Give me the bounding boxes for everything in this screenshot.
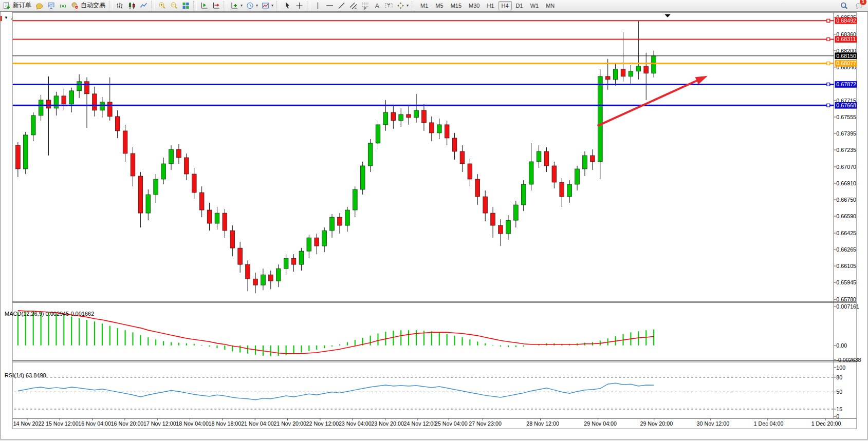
- price-tick-label: 0.66910: [836, 180, 856, 186]
- time-axis-label: 25 Nov 04:00: [435, 420, 468, 427]
- candlestick: [31, 116, 35, 135]
- auto-trading-button[interactable]: 自动交易: [69, 0, 107, 11]
- candlestick: [93, 94, 97, 110]
- time-axis-label: 23 Nov 04:00: [339, 420, 372, 427]
- macd-axis-label: 0.00: [836, 342, 847, 349]
- candlestick: [399, 114, 403, 121]
- timeframe-h4-button[interactable]: H4: [498, 1, 512, 10]
- candlestick: [552, 166, 557, 182]
- label-button[interactable]: T: [383, 0, 395, 11]
- candlestick: [506, 220, 511, 234]
- zoom-in-button[interactable]: [156, 0, 168, 11]
- crosshair-button[interactable]: [293, 0, 305, 11]
- candlestick: [138, 176, 143, 213]
- notifications-button[interactable]: 1: [853, 0, 865, 11]
- template-button[interactable]: ▾: [260, 0, 275, 11]
- price-tick-label: 0.66105: [836, 263, 856, 269]
- search-icon: [840, 2, 848, 10]
- time-axis-label: 16 Nov 20:00: [111, 420, 144, 427]
- chart-window[interactable]: ▼ AUDUSD-,H4 0.68178 0.68178 0.68025 0.6…: [0, 11, 868, 439]
- price-tick-label: 0.66425: [836, 230, 856, 236]
- time-axis-label: 14 Nov 2022: [13, 420, 45, 427]
- price-tick-label: 0.65780: [836, 296, 856, 302]
- bar-chart-button[interactable]: [114, 0, 126, 11]
- chevron-down-icon[interactable]: ▾: [271, 4, 273, 8]
- candlestick-chart-button[interactable]: [126, 0, 138, 11]
- trendline-button[interactable]: [336, 0, 347, 11]
- new-order-label: 新订单: [12, 1, 32, 10]
- cursor-button[interactable]: [282, 0, 293, 11]
- channel-button[interactable]: E: [347, 0, 359, 11]
- fibonacci-button[interactable]: F: [359, 0, 371, 11]
- toolbar-separator: [307, 1, 310, 10]
- candlestick: [253, 279, 258, 285]
- candlestick: [537, 151, 541, 162]
- zoom-out-button[interactable]: [168, 0, 180, 11]
- price-tick-label: 0.67395: [836, 130, 856, 137]
- candlestick: [261, 275, 266, 285]
- new-order-button[interactable]: 新订单: [1, 0, 33, 11]
- time-axis-label: 1 Dec 20:00: [811, 420, 841, 427]
- candlestick: [353, 189, 357, 210]
- candlestick: [605, 76, 610, 80]
- rsi-indicator-label: RSI(14) 63.8498: [5, 372, 46, 378]
- time-axis-label: 22 Nov 12:00: [306, 420, 339, 427]
- candlestick: [315, 238, 319, 246]
- vertical-line-button[interactable]: [312, 0, 324, 11]
- level-price-label: 0.67872: [836, 81, 856, 87]
- chart-shift-button[interactable]: [210, 0, 222, 11]
- time-axis-label: 29 Nov 04:00: [584, 420, 617, 427]
- auto-scroll-button[interactable]: [198, 0, 210, 11]
- candlestick: [590, 156, 595, 162]
- chevron-down-icon[interactable]: ▾: [240, 4, 243, 8]
- new-chart-button[interactable]: ▾: [229, 0, 244, 11]
- timeframe-m30-button[interactable]: M30: [466, 1, 483, 10]
- search-button[interactable]: [838, 0, 850, 11]
- timeframe-m1-button[interactable]: M1: [417, 1, 431, 10]
- chevron-down-icon[interactable]: ▾: [255, 4, 258, 8]
- candlestick: [85, 82, 89, 94]
- candlestick: [284, 258, 288, 269]
- market-watch-button[interactable]: [45, 0, 57, 11]
- chart-canvas[interactable]: 0.685250.683600.682000.680400.677150.675…: [1, 12, 868, 440]
- timeframe-h1-button[interactable]: H1: [484, 1, 497, 10]
- chevron-down-icon[interactable]: ▾: [406, 4, 409, 8]
- candlestick: [154, 179, 158, 195]
- timeframe-d1-button[interactable]: D1: [513, 1, 526, 10]
- level-endpoint-marker: [827, 38, 830, 41]
- horizontal-line-button[interactable]: [324, 0, 336, 11]
- period-clock-button[interactable]: ▾: [244, 0, 260, 11]
- text-button[interactable]: A: [371, 0, 383, 11]
- time-axis-label: 1 Dec 04:00: [754, 420, 784, 427]
- svg-text:T: T: [387, 3, 391, 8]
- candlestick: [62, 96, 66, 104]
- auto-scroll-icon: [200, 2, 209, 10]
- candlestick: [422, 110, 427, 123]
- toolbar-right-icons: 1: [838, 0, 868, 11]
- candlestick: [299, 251, 304, 264]
- timeframe-w1-button[interactable]: W1: [527, 1, 542, 10]
- candlestick: [115, 117, 120, 131]
- candlestick: [330, 217, 335, 231]
- candlestick: [407, 114, 411, 118]
- candlestick: [177, 149, 181, 158]
- new-chart-icon: [230, 2, 239, 10]
- candlestick: [46, 100, 51, 108]
- candlestick: [521, 184, 526, 205]
- level-endpoint-marker: [827, 83, 830, 86]
- candlestick: [491, 213, 495, 225]
- price-tick-label: 0.65945: [836, 279, 856, 285]
- price-tick-label: 0.66590: [836, 213, 856, 219]
- timeframe-m5-button[interactable]: M5: [432, 1, 446, 10]
- candlestick: [376, 125, 380, 143]
- signals-button[interactable]: [57, 0, 69, 11]
- arrows-button[interactable]: ▾: [395, 0, 410, 11]
- candlestick: [452, 138, 457, 151]
- candlestick: [368, 143, 373, 166]
- news-button[interactable]: [33, 0, 45, 11]
- candlestick: [276, 269, 281, 281]
- timeframe-mn-button[interactable]: MN: [543, 1, 558, 10]
- tile-windows-button[interactable]: [180, 0, 192, 11]
- line-chart-button[interactable]: [138, 0, 150, 11]
- timeframe-m15-button[interactable]: M15: [448, 1, 465, 10]
